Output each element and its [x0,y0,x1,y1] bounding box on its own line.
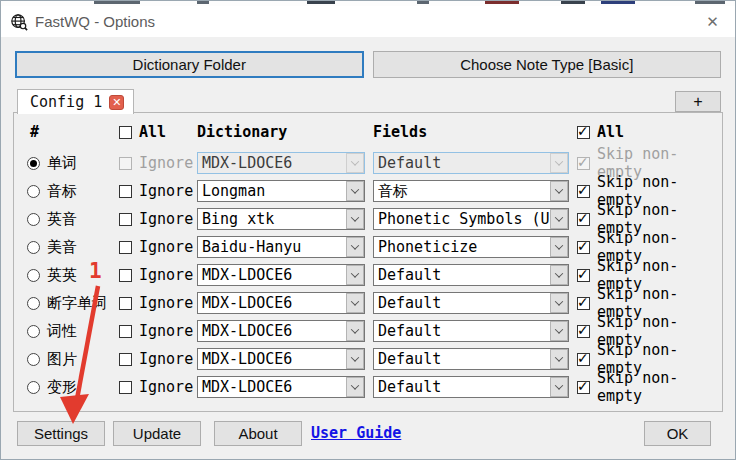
title-bar: FastWQ - Options ✕ [1,6,735,37]
ignore-label: Ignore [139,154,193,172]
dictionary-select[interactable]: MDX-LDOCE6 [197,320,365,342]
ignore-checkbox[interactable] [119,325,132,338]
ignore-label: Ignore [139,182,193,200]
dictionary-select[interactable]: MDX-LDOCE6 [197,292,365,314]
field-select[interactable]: 音标 [373,180,569,202]
settings-button[interactable]: Settings [17,421,105,446]
tab-bar: Config 1 ✕ + [13,89,723,113]
annotation-step-number: 1 [89,259,102,283]
field-select[interactable]: Phonetic Symbols (US) [373,208,569,230]
skip-non-empty-checkbox[interactable] [577,213,590,226]
update-button[interactable]: Update [113,421,201,446]
field-select[interactable]: Default [373,292,569,314]
word-type-radio[interactable] [27,213,40,226]
footer-bar: Settings Update About User Guide OK [17,420,721,446]
window-close-icon[interactable]: ✕ [690,6,735,37]
choose-note-type-button[interactable]: Choose Note Type [Basic] [373,51,721,78]
field-select[interactable]: Phoneticize [373,236,569,258]
word-type-radio[interactable] [27,381,40,394]
word-type-radio[interactable] [27,269,40,282]
word-type-radio[interactable] [27,157,40,170]
tab-close-icon[interactable]: ✕ [109,95,124,110]
word-type-label: 英音 [47,210,77,229]
dictionary-select[interactable]: Baidu-Hanyu [197,236,365,258]
dictionary-select[interactable]: MDX-LDOCE6 [197,348,365,370]
chevron-down-icon [346,377,364,397]
config-rows: 单词 Ignore MDX-LDOCE6 Default Skip non-em… [23,145,716,397]
skip-non-empty-checkbox[interactable] [577,297,590,310]
word-type-radio[interactable] [27,297,40,310]
field-select[interactable]: Default [373,348,569,370]
tab-label: Config 1 [30,93,102,111]
ignore-checkbox[interactable] [119,353,132,366]
chevron-down-icon [550,209,568,229]
skip-non-empty-checkbox[interactable] [577,353,590,366]
chevron-down-icon [550,293,568,313]
dictionary-select[interactable]: MDX-LDOCE6 [197,152,365,174]
column-header-all-right: All [597,123,624,141]
word-type-label: 词性 [47,322,77,341]
config-row: 断字单词 Ignore MDX-LDOCE6 Default Skip non-… [23,285,716,313]
chevron-down-icon [346,349,364,369]
field-select[interactable]: Default [373,152,569,174]
skip-non-empty-checkbox[interactable] [577,157,590,170]
ignore-checkbox[interactable] [119,297,132,310]
select-all-skip-checkbox[interactable] [577,126,590,139]
word-type-label: 音标 [47,182,77,201]
config-row: 词性 Ignore MDX-LDOCE6 Default Skip non-em… [23,313,716,341]
ignore-checkbox[interactable] [119,213,132,226]
skip-non-empty-checkbox[interactable] [577,381,590,394]
word-type-label: 变形 [47,378,77,397]
config-row: 美音 Ignore Baidu-Hanyu Phoneticize Skip n… [23,229,716,257]
field-select[interactable]: Default [373,264,569,286]
ignore-checkbox[interactable] [119,381,132,394]
chevron-down-icon [550,265,568,285]
about-button[interactable]: About [214,421,302,446]
ignore-checkbox[interactable] [119,185,132,198]
chevron-down-icon [550,377,568,397]
ignore-checkbox[interactable] [119,241,132,254]
add-tab-button[interactable]: + [675,91,721,112]
word-type-radio[interactable] [27,241,40,254]
column-header-dictionary: Dictionary [197,123,373,141]
word-type-label: 英英 [47,266,77,285]
skip-non-empty-checkbox[interactable] [577,185,590,198]
word-type-label: 断字单词 [47,294,107,313]
app-globe-search-icon [10,13,28,31]
ignore-label: Ignore [139,350,193,368]
field-select[interactable]: Default [373,376,569,398]
skip-non-empty-checkbox[interactable] [577,325,590,338]
chevron-down-icon [346,209,364,229]
chevron-down-icon [346,181,364,201]
chevron-down-icon [550,349,568,369]
ignore-label: Ignore [139,210,193,228]
word-type-radio[interactable] [27,185,40,198]
skip-non-empty-checkbox[interactable] [577,241,590,254]
dictionary-folder-button[interactable]: Dictionary Folder [15,51,364,78]
user-guide-link[interactable]: User Guide [311,424,401,442]
word-type-label: 美音 [47,238,77,257]
config-row: 英英 Ignore MDX-LDOCE6 Default Skip non-em… [23,257,716,285]
skip-non-empty-checkbox[interactable] [577,269,590,282]
word-type-radio[interactable] [27,353,40,366]
dictionary-select[interactable]: Longman [197,180,365,202]
chevron-down-icon [550,181,568,201]
ignore-checkbox[interactable] [119,269,132,282]
word-type-radio[interactable] [27,325,40,338]
select-all-ignore-checkbox[interactable] [119,126,132,139]
chevron-down-icon [346,265,364,285]
column-header-number: # [23,123,119,141]
window-title: FastWQ - Options [35,13,155,30]
tab-config-1[interactable]: Config 1 ✕ [17,89,134,114]
ignore-checkbox[interactable] [119,157,132,170]
dictionary-select[interactable]: MDX-LDOCE6 [197,376,365,398]
dictionary-select[interactable]: Bing xtk [197,208,365,230]
ok-button[interactable]: OK [644,421,711,446]
chevron-down-icon [550,237,568,257]
dictionary-select[interactable]: MDX-LDOCE6 [197,264,365,286]
config-panel: # All Dictionary Fields All 单词 Ignore MD… [13,112,723,412]
chevron-down-icon [346,153,364,173]
field-select[interactable]: Default [373,320,569,342]
ignore-label: Ignore [139,378,193,396]
config-row: 英音 Ignore Bing xtk Phonetic Symbols (US)… [23,201,716,229]
